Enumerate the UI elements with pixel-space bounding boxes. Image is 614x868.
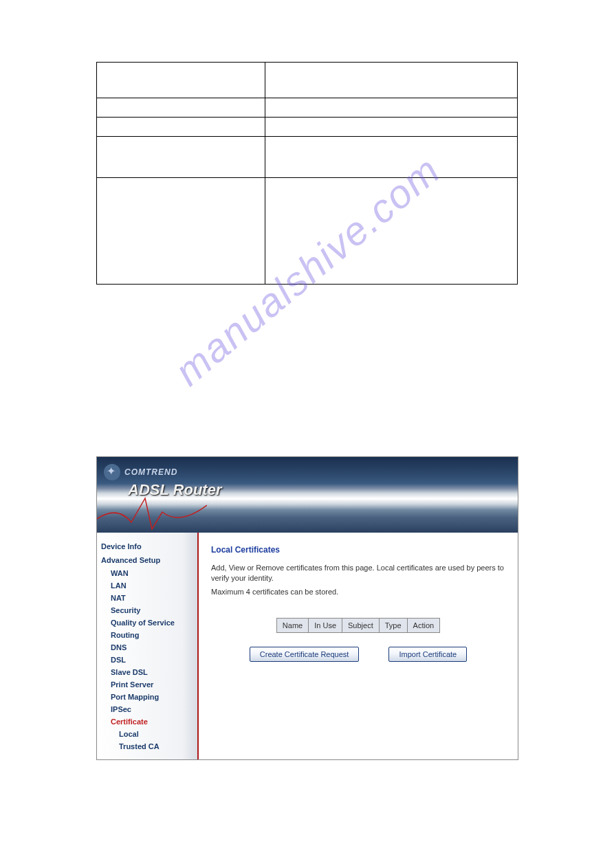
content-text-1: Add, View or Remove certificates from th… <box>211 563 505 584</box>
sidebar-item-slave-dsl[interactable]: Slave DSL <box>101 666 197 678</box>
sidebar-subitem-trusted-ca[interactable]: Trusted CA <box>101 740 197 753</box>
spec-cell <box>265 98 517 118</box>
sidebar-item-routing[interactable]: Routing <box>101 629 197 641</box>
col-in-use: In Use <box>309 619 342 633</box>
spec-cell <box>265 137 517 178</box>
import-certificate-button[interactable]: Import Certificate <box>388 647 467 662</box>
heartbeat-wave-icon <box>97 491 207 533</box>
create-certificate-request-button[interactable]: Create Certificate Request <box>250 647 360 662</box>
router-ui-screenshot: COMTREND ADSL Router Device Info Advance… <box>96 456 518 760</box>
sidebar-item-nat[interactable]: NAT <box>101 592 197 604</box>
sidebar-device-info[interactable]: Device Info <box>101 539 197 553</box>
sidebar-item-lan[interactable]: LAN <box>101 579 197 592</box>
sidebar-item-qos[interactable]: Quality of Service <box>101 616 197 629</box>
spec-cell <box>97 137 265 178</box>
certificates-table: Name In Use Subject Type Action <box>276 618 440 633</box>
col-subject: Subject <box>342 619 380 633</box>
sidebar-item-wan[interactable]: WAN <box>101 567 197 579</box>
sidebar-item-print-server[interactable]: Print Server <box>101 678 197 691</box>
spec-cell <box>265 63 517 98</box>
col-name: Name <box>276 619 308 633</box>
spec-cell <box>265 118 517 137</box>
spec-table <box>96 62 518 285</box>
brand-text: COMTREND <box>124 467 177 477</box>
spec-cell <box>97 118 265 137</box>
sidebar: Device Info Advanced Setup WAN LAN NAT S… <box>97 533 199 759</box>
content-title: Local Certificates <box>211 545 505 555</box>
spec-cell <box>97 98 265 118</box>
sidebar-item-ipsec[interactable]: IPSec <box>101 703 197 715</box>
sidebar-advanced-setup[interactable]: Advanced Setup <box>101 553 197 567</box>
spec-cell <box>97 63 265 98</box>
spec-cell <box>265 178 517 285</box>
content-text-2: Maximum 4 certificates can be stored. <box>211 587 505 597</box>
col-action: Action <box>407 619 440 633</box>
spec-cell <box>97 178 265 285</box>
col-type: Type <box>379 619 407 633</box>
sidebar-item-security[interactable]: Security <box>101 604 197 616</box>
brand-logo: COMTREND <box>104 464 177 480</box>
router-banner: COMTREND ADSL Router <box>97 457 518 533</box>
sidebar-item-dns[interactable]: DNS <box>101 641 197 654</box>
logo-icon <box>104 464 120 480</box>
sidebar-subitem-local[interactable]: Local <box>101 728 197 740</box>
content-area: Local Certificates Add, View or Remove c… <box>199 533 518 759</box>
sidebar-item-certificate[interactable]: Certificate <box>101 715 197 728</box>
sidebar-item-port-mapping[interactable]: Port Mapping <box>101 691 197 703</box>
sidebar-item-dsl[interactable]: DSL <box>101 654 197 666</box>
